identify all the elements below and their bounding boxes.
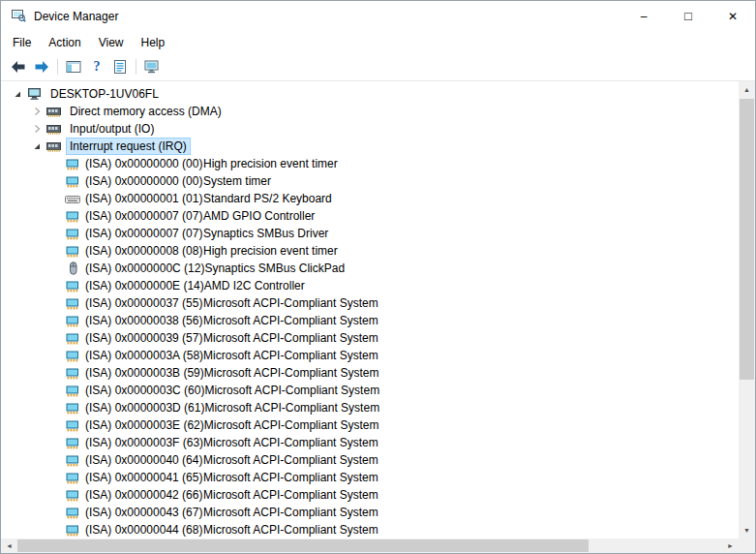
back-button[interactable] <box>7 55 30 78</box>
device-row[interactable]: (ISA) 0x00000040 (64) Microsoft ACPI-Com… <box>1 451 739 469</box>
scroll-right-button[interactable]: ► <box>722 539 739 553</box>
show-console-tree-button[interactable] <box>62 55 85 78</box>
memory-icon <box>45 105 61 118</box>
device-row[interactable]: (ISA) 0x00000037 (55) Microsoft ACPI-Com… <box>1 294 739 312</box>
menu-help[interactable]: Help <box>133 33 174 52</box>
device-tree: DESKTOP-1UV06FL Direct memory access (DM… <box>1 81 739 539</box>
device-name: Microsoft ACPI-Compliant System <box>203 506 378 519</box>
help-button[interactable]: ? <box>85 55 108 78</box>
tree-root-row[interactable]: DESKTOP-1UV06FL <box>1 85 739 103</box>
scroll-down-button[interactable]: ▼ <box>739 522 755 539</box>
forward-button[interactable] <box>30 55 53 78</box>
device-name: Microsoft ACPI-Compliant System <box>204 366 379 380</box>
device-row[interactable]: (ISA) 0x0000003F (63) Microsoft ACPI-Com… <box>1 434 739 451</box>
toolbar-separator <box>136 59 136 75</box>
device-row[interactable]: (ISA) 0x00000039 (57) Microsoft ACPI-Com… <box>1 329 739 347</box>
device-resource: (ISA) 0x0000003D (61) <box>85 401 204 415</box>
system-device-icon <box>65 471 80 484</box>
device-resource: (ISA) 0x0000003A (58) <box>85 349 203 362</box>
device-row[interactable]: (ISA) 0x0000000C (12) Synaptics SMBus Cl… <box>1 260 739 277</box>
device-resource: (ISA) 0x0000003B (59) <box>85 366 204 380</box>
window-title: Device Manager <box>34 10 118 23</box>
system-device-icon <box>65 384 80 397</box>
scroll-left-button[interactable]: ◄ <box>1 539 17 553</box>
chevron-collapsed-icon[interactable] <box>30 122 44 136</box>
device-row[interactable]: (ISA) 0x00000007 (07) AMD GPIO Controlle… <box>1 207 739 225</box>
device-resource: (ISA) 0x00000041 (65) <box>85 471 203 484</box>
system-device-icon <box>65 418 80 432</box>
device-name: Microsoft ACPI-Compliant System <box>203 314 378 327</box>
device-row[interactable]: (ISA) 0x00000042 (66) Microsoft ACPI-Com… <box>1 486 739 504</box>
chevron-collapsed-icon[interactable] <box>30 105 44 118</box>
vertical-scrollbar-thumb[interactable] <box>740 99 754 380</box>
menu-view[interactable]: View <box>90 33 133 52</box>
keyboard-icon <box>65 192 80 205</box>
horizontal-scrollbar-thumb[interactable] <box>17 539 589 552</box>
help-icon: ? <box>94 59 101 75</box>
system-device-icon <box>65 314 80 327</box>
device-resource: (ISA) 0x00000042 (66) <box>85 488 203 502</box>
device-name: High precision event timer <box>203 157 338 170</box>
device-row[interactable]: (ISA) 0x00000000 (00) System timer <box>1 172 739 190</box>
tree-category-label: Direct memory access (DMA) <box>66 103 226 120</box>
window-controls: – □ ✕ <box>621 1 755 31</box>
toolbar: ? <box>1 53 755 81</box>
scroll-up-button[interactable]: ▲ <box>739 81 755 98</box>
device-name: Synaptics SMBus Driver <box>203 227 328 240</box>
toolbar-separator <box>57 59 58 75</box>
device-name: Microsoft ACPI-Compliant System <box>203 296 378 310</box>
tree-root-label: DESKTOP-1UV06FL <box>46 85 163 103</box>
system-device-icon <box>65 506 80 519</box>
tree-category-dma[interactable]: Direct memory access (DMA) <box>1 103 739 120</box>
scan-hardware-changes-icon <box>144 59 160 75</box>
device-resource: (ISA) 0x00000007 (07) <box>85 227 203 240</box>
close-button[interactable]: ✕ <box>711 1 755 31</box>
device-row[interactable]: (ISA) 0x0000003D (61) Microsoft ACPI-Com… <box>1 399 739 416</box>
device-resource: (ISA) 0x0000000E (14) <box>85 279 204 292</box>
horizontal-scrollbar[interactable]: ◄ ► <box>1 539 739 553</box>
device-row[interactable]: (ISA) 0x00000044 (68) Microsoft ACPI-Com… <box>1 521 739 539</box>
menu-bar: File Action View Help <box>1 31 755 53</box>
device-manager-app-icon <box>11 9 26 24</box>
export-list-button[interactable] <box>108 55 132 78</box>
menu-file[interactable]: File <box>4 33 40 52</box>
menu-action[interactable]: Action <box>40 33 89 52</box>
device-resource: (ISA) 0x00000007 (07) <box>85 209 203 223</box>
maximize-button[interactable]: □ <box>666 1 711 31</box>
device-row[interactable]: (ISA) 0x00000043 (67) Microsoft ACPI-Com… <box>1 504 739 521</box>
device-row[interactable]: (ISA) 0x00000007 (07) Synaptics SMBus Dr… <box>1 225 739 242</box>
device-row[interactable]: (ISA) 0x0000003C (60) Microsoft ACPI-Com… <box>1 382 739 399</box>
forward-icon <box>34 59 49 75</box>
chevron-expanded-icon[interactable] <box>11 87 24 101</box>
device-row[interactable]: (ISA) 0x00000038 (56) Microsoft ACPI-Com… <box>1 312 739 329</box>
vertical-scrollbar[interactable]: ▲ ▼ <box>739 81 755 539</box>
tree-category-io[interactable]: Input/output (IO) <box>1 120 739 138</box>
chevron-expanded-icon[interactable] <box>30 139 44 153</box>
device-row[interactable]: (ISA) 0x00000001 (01) Standard PS/2 Keyb… <box>1 190 739 207</box>
export-list-icon <box>112 59 128 75</box>
device-row[interactable]: (ISA) 0x00000008 (08) High precision eve… <box>1 242 739 260</box>
device-name: Microsoft ACPI-Compliant System <box>203 453 378 467</box>
device-name: Microsoft ACPI-Compliant System <box>204 418 379 432</box>
device-row[interactable]: (ISA) 0x00000000 (00) High precision eve… <box>1 155 739 172</box>
memory-icon <box>45 122 61 136</box>
device-name: Synaptics SMBus ClickPad <box>204 262 345 275</box>
close-icon: ✕ <box>728 10 738 23</box>
system-device-icon <box>65 453 80 467</box>
device-row[interactable]: (ISA) 0x0000000E (14) AMD I2C Controller <box>1 277 739 294</box>
device-row[interactable]: (ISA) 0x0000003E (62) Microsoft ACPI-Com… <box>1 416 739 434</box>
scan-hardware-changes-button[interactable] <box>140 55 164 78</box>
system-device-icon <box>65 244 80 258</box>
tree-category-irq[interactable]: Interrupt request (IRQ) <box>1 138 739 155</box>
device-row[interactable]: (ISA) 0x0000003B (59) Microsoft ACPI-Com… <box>1 364 739 382</box>
device-row[interactable]: (ISA) 0x00000041 (65) Microsoft ACPI-Com… <box>1 469 739 486</box>
tree-category-label: Input/output (IO) <box>66 120 158 138</box>
system-device-icon <box>65 366 80 380</box>
minimize-button[interactable]: – <box>621 1 666 31</box>
device-row[interactable]: (ISA) 0x0000003A (58) Microsoft ACPI-Com… <box>1 347 739 364</box>
device-name: Microsoft ACPI-Compliant System <box>203 331 378 345</box>
system-device-icon <box>65 488 80 502</box>
device-resource: (ISA) 0x00000001 (01) <box>85 192 203 205</box>
device-name: Microsoft ACPI-Compliant System <box>203 436 378 449</box>
device-resource: (ISA) 0x00000043 (67) <box>85 506 203 519</box>
